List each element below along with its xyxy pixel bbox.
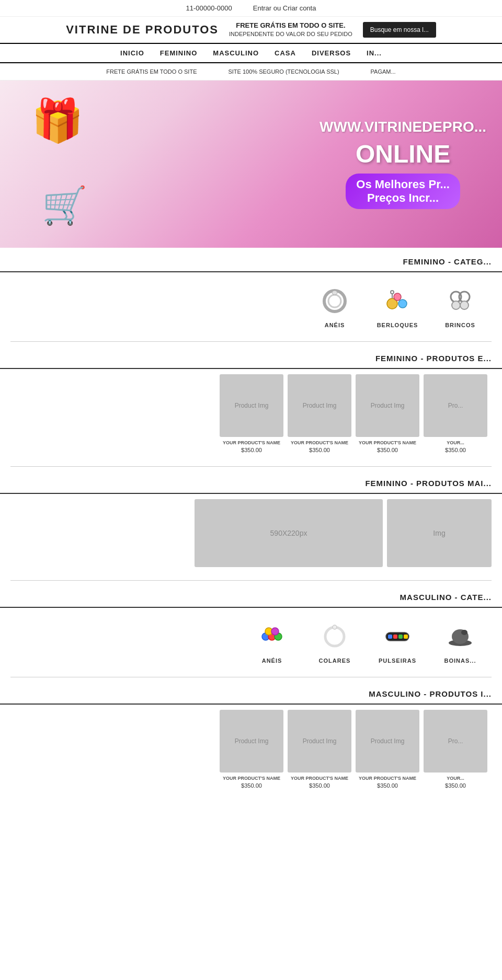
- product-card-masc-4[interactable]: Pro... YOUR... $350.00: [424, 710, 487, 789]
- product-img-fem-1: Product Img: [220, 374, 283, 437]
- product-price-fem-4: $350.00: [424, 447, 487, 453]
- category-brincos-fem[interactable]: BRINCOS: [429, 283, 492, 328]
- svg-point-10: [452, 301, 460, 309]
- wide-banner-secondary: Img: [387, 499, 492, 567]
- product-price-masc-2: $350.00: [288, 782, 351, 789]
- product-img-masc-1: Product Img: [220, 710, 283, 773]
- hero-banner: 🎁 🛒 WWW.VITRINEDEPRO... ONLINE Os Melhor…: [0, 80, 502, 248]
- account-link[interactable]: Entrar ou Criar conta: [253, 4, 316, 12]
- nav-item-casa[interactable]: CASA: [275, 49, 296, 57]
- product-price-masc-3: $350.00: [356, 782, 419, 789]
- trust-payment: PAGAM...: [371, 68, 396, 75]
- product-name-masc-4: YOUR...: [424, 776, 487, 781]
- banner-desc: Os Melhores Pr... Preços Incr...: [346, 174, 460, 209]
- product-card-masc-1[interactable]: Product Img YOUR PRODUCT'S NAME $350.00: [220, 710, 283, 789]
- masculino-products-header: MASCULINO - PRODUTOS I...: [0, 680, 502, 705]
- nav-item-masculino[interactable]: MASCULINO: [213, 49, 259, 57]
- svg-point-1: [328, 295, 341, 307]
- logo[interactable]: Vitrine de Produtos: [66, 23, 219, 37]
- svg-point-5: [394, 293, 401, 301]
- svg-point-17: [325, 627, 344, 646]
- search-box[interactable]: Busque em nossa l...: [363, 22, 436, 38]
- feminino-category-row: ANÉIS BERLOQUES BRINCOS: [0, 272, 502, 339]
- product-name-fem-3: YOUR PRODUCT'S NAME: [356, 440, 419, 445]
- svg-rect-23: [404, 635, 408, 639]
- boinas-masc-label: BOINAS...: [444, 658, 476, 664]
- category-aneis-masc[interactable]: ANÉIS: [241, 618, 303, 664]
- feminino-products-header: FEMININO - PRODUTOS E...: [0, 344, 502, 369]
- divider-1: [10, 341, 492, 342]
- svg-point-2: [332, 291, 337, 295]
- product-name-fem-2: YOUR PRODUCT'S NAME: [288, 440, 351, 445]
- banner-online: ONLINE: [320, 140, 486, 168]
- product-img-masc-2: Product Img: [288, 710, 351, 773]
- top-bar: 11-00000-0000 Entrar ou Criar conta: [0, 0, 502, 17]
- category-berloques-fem[interactable]: BERLOQUES: [366, 283, 429, 328]
- banner-gift-icon: 🎁: [31, 96, 84, 145]
- banner-text: WWW.VITRINEDEPRO... ONLINE Os Melhores P…: [320, 119, 486, 209]
- wide-banner-main: 590X220px: [195, 499, 383, 567]
- product-img-fem-2: Product Img: [288, 374, 351, 437]
- category-aneis-fem[interactable]: ANÉIS: [303, 283, 366, 328]
- product-card-fem-2[interactable]: Product Img YOUR PRODUCT'S NAME $350.00: [288, 374, 351, 453]
- product-price-fem-3: $350.00: [356, 447, 419, 453]
- feminino-mais-banners: 590X220px Img: [0, 494, 502, 578]
- product-card-fem-1[interactable]: Product Img YOUR PRODUCT'S NAME $350.00: [220, 374, 283, 453]
- category-boinas-masc[interactable]: BOINAS...: [429, 618, 492, 664]
- main-nav: INICIO FEMININO MASCULINO CASA DIVERSOS …: [0, 43, 502, 63]
- product-img-fem-4: Pro...: [424, 374, 487, 437]
- category-pulseiras-masc[interactable]: PULSEIRAS: [366, 618, 429, 664]
- trust-shipping: FRETE GRÁTIS EM TODO O SITE: [106, 68, 197, 75]
- product-name-masc-3: YOUR PRODUCT'S NAME: [356, 776, 419, 781]
- feminino-products-row: Product Img YOUR PRODUCT'S NAME $350.00 …: [0, 369, 502, 464]
- boinas-masc-icon: [442, 618, 478, 655]
- product-card-masc-3[interactable]: Product Img YOUR PRODUCT'S NAME $350.00: [356, 710, 419, 789]
- header-shipping: FRETE GRÁTIS EM TODO O SITE. INDEPENDENT…: [229, 21, 352, 39]
- aneis-masc-label: ANÉIS: [262, 658, 282, 664]
- svg-point-7: [391, 291, 394, 294]
- masculino-category-row: ANÉIS COLARES PULSEIRAS: [0, 608, 502, 674]
- product-name-masc-1: YOUR PRODUCT'S NAME: [220, 776, 283, 781]
- svg-rect-21: [393, 635, 397, 639]
- product-name-fem-4: YOUR...: [424, 440, 487, 445]
- product-img-fem-3: Product Img: [356, 374, 419, 437]
- svg-point-4: [398, 299, 407, 308]
- divider-4: [10, 677, 492, 677]
- banner-cart-icon: 🛒: [42, 184, 87, 227]
- nav-item-diversos[interactable]: DIVERSOS: [312, 49, 351, 57]
- aneis-masc-icon: [254, 618, 290, 655]
- category-colares-masc[interactable]: COLARES: [303, 618, 366, 664]
- phone-number: 11-00000-0000: [186, 4, 232, 12]
- product-price-masc-4: $350.00: [424, 782, 487, 789]
- banner-url: WWW.VITRINEDEPRO...: [320, 119, 486, 135]
- colares-masc-label: COLARES: [319, 658, 351, 664]
- brincos-fem-icon: [442, 283, 478, 319]
- svg-point-26: [461, 630, 467, 635]
- masculino-category-header: MASCULINO - CATE...: [0, 583, 502, 608]
- berloques-fem-icon: [379, 283, 416, 319]
- product-card-fem-4[interactable]: Pro... YOUR... $350.00: [424, 374, 487, 453]
- divider-2: [10, 466, 492, 467]
- trust-bar: FRETE GRÁTIS EM TODO O SITE SITE 100% SE…: [0, 63, 502, 80]
- brincos-fem-label: BRINCOS: [445, 322, 475, 328]
- pulseiras-masc-icon: [379, 618, 416, 655]
- feminino-category-header: FEMININO - CATEG...: [0, 248, 502, 272]
- svg-point-16: [271, 628, 279, 635]
- divider-3: [10, 580, 492, 581]
- nav-item-feminino[interactable]: FEMININO: [160, 49, 198, 57]
- colares-masc-icon: [316, 618, 353, 655]
- svg-rect-22: [398, 635, 403, 639]
- product-name-masc-2: YOUR PRODUCT'S NAME: [288, 776, 351, 781]
- nav-item-in[interactable]: IN...: [367, 49, 382, 57]
- pulseiras-masc-label: PULSEIRAS: [379, 658, 416, 664]
- product-card-fem-3[interactable]: Product Img YOUR PRODUCT'S NAME $350.00: [356, 374, 419, 453]
- aneis-fem-icon: [316, 283, 353, 319]
- aneis-fem-label: ANÉIS: [325, 322, 345, 328]
- masculino-products-row: Product Img YOUR PRODUCT'S NAME $350.00 …: [0, 705, 502, 799]
- nav-item-inicio[interactable]: INICIO: [120, 49, 144, 57]
- trust-secure: SITE 100% SEGURO (TECNOLOGIA SSL): [228, 68, 339, 75]
- feminino-mais-header: FEMININO - PRODUTOS MAI...: [0, 469, 502, 494]
- product-price-masc-1: $350.00: [220, 782, 283, 789]
- product-img-masc-4: Pro...: [424, 710, 487, 773]
- product-card-masc-2[interactable]: Product Img YOUR PRODUCT'S NAME $350.00: [288, 710, 351, 789]
